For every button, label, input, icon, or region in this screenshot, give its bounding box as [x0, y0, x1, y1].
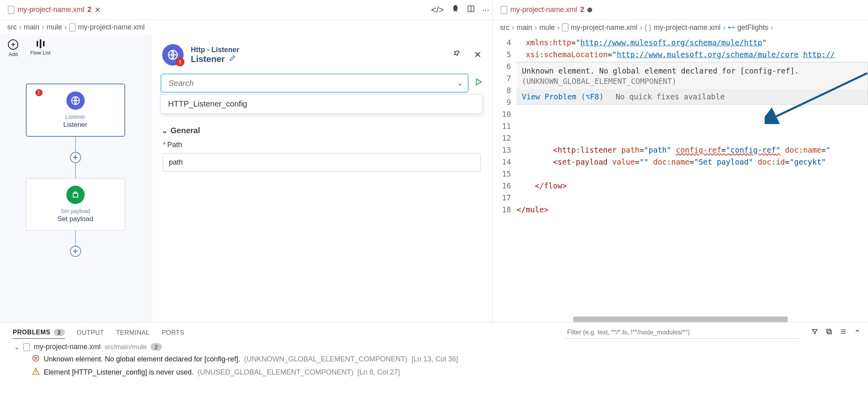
add-label: Add	[8, 51, 17, 57]
dirty-indicator-icon[interactable]	[587, 8, 592, 12]
chevron-down-icon: ⌄	[14, 343, 19, 351]
breadcrumb-item[interactable]: main	[24, 23, 39, 31]
connector-line	[75, 137, 76, 152]
problem-message: Element [HTTP_Listener_config] is never …	[44, 368, 194, 377]
problem-location: [Ln 8, Col 27]	[357, 368, 400, 377]
more-icon[interactable]: ···	[482, 5, 489, 15]
horizontal-scrollbar[interactable]	[573, 317, 788, 322]
node-label: Set payload	[41, 215, 110, 223]
tab-problems[interactable]: PROBLEMS 2	[13, 326, 65, 339]
collapse-all-icon[interactable]	[825, 328, 833, 337]
breadcrumb-item[interactable]: mule	[46, 23, 62, 31]
dropdown-item[interactable]: HTTP_Listener_config	[168, 99, 475, 109]
breadcrumb-item[interactable]: src	[7, 23, 17, 31]
left-tab[interactable]: my-project-name.xml 2 ✕	[3, 0, 105, 20]
pin-icon[interactable]	[453, 50, 461, 60]
add-node-button[interactable]: +	[70, 152, 81, 163]
svg-rect-3	[73, 193, 78, 197]
tab-problem-badge: 2	[87, 6, 91, 14]
right-tab[interactable]: my-project-name.xml 2	[496, 0, 597, 19]
no-quick-fixes-label: No quick fixes available	[616, 92, 725, 101]
rocket-icon[interactable]	[451, 4, 460, 16]
close-icon[interactable]: ✕	[474, 50, 481, 60]
play-icon[interactable]	[474, 78, 483, 89]
code-content[interactable]: xmlns:http="http://www.mulesoft.org/sche…	[517, 35, 868, 315]
list-view-icon[interactable]	[840, 328, 847, 337]
flow-list-label: Flow List	[30, 50, 50, 56]
error-icon	[32, 354, 40, 364]
config-ref-dropdown: HTTP_Listener_config	[161, 94, 483, 114]
breadcrumb-item[interactable]: my-project-name.xml	[78, 23, 145, 31]
line-number-gutter: 4 5 6 7 8 9 10 11 12 13 14 15 16 17 18	[493, 35, 517, 315]
add-node-button[interactable]: +	[70, 246, 81, 257]
error-badge-icon: !	[35, 89, 43, 96]
right-tab-bar: my-project-name.xml 2	[493, 0, 868, 20]
code-editor[interactable]: 4 5 6 7 8 9 10 11 12 13 14 15 16 17 18 x	[493, 35, 868, 315]
svg-rect-7	[827, 329, 830, 333]
connector-line	[75, 231, 76, 246]
close-icon[interactable]: ✕	[95, 6, 101, 14]
chevron-down-icon: ⌄	[161, 126, 168, 135]
tab-output[interactable]: OUTPUT	[77, 327, 104, 339]
breadcrumb-item[interactable]: src	[500, 23, 510, 32]
globe-icon: !	[162, 44, 184, 66]
connector-line	[75, 163, 76, 178]
properties-panel: ! Http - Listener Listener	[151, 35, 492, 322]
breadcrumb-item[interactable]: my-project-name.xml	[571, 23, 637, 32]
problem-message: Unknown element. No global element decla…	[44, 355, 240, 363]
problem-item[interactable]: Element [HTTP_Listener_config] is never …	[14, 364, 860, 377]
svg-line-6	[773, 73, 867, 118]
left-tab-bar: my-project-name.xml 2 ✕ </> ···	[0, 0, 492, 20]
path-field-label: *Path	[163, 141, 182, 149]
file-icon	[23, 343, 30, 351]
config-ref-search-input[interactable]	[161, 74, 469, 93]
add-button[interactable]: + Add	[8, 39, 18, 57]
problems-filter-input[interactable]	[565, 327, 799, 339]
problem-code: (UNKNOWN_GLOBAL_ELEMENT_COMPONENT)	[244, 355, 407, 363]
problem-code: (UNUSED_GLOBAL_ELEMENT_COMPONENT)	[198, 368, 353, 377]
problems-file-name: my-project-name.xml	[34, 343, 101, 351]
problems-count-badge: 2	[54, 329, 65, 336]
flow-canvas: + Add Flow List !	[0, 35, 151, 322]
breadcrumb[interactable]: src› main› mule› my-project-name.xml› { …	[493, 20, 868, 35]
annotation-arrow-icon	[765, 72, 868, 126]
split-editor-icon[interactable]	[467, 5, 475, 15]
error-badge-icon: !	[176, 58, 184, 66]
flow-list-button[interactable]: Flow List	[30, 39, 50, 57]
breadcrumb-item[interactable]: main	[517, 23, 532, 32]
problems-file-row[interactable]: ⌄ my-project-name.xml src/main/mule 2	[14, 343, 860, 351]
path-field[interactable]: path	[163, 153, 480, 172]
problems-list: ⌄ my-project-name.xml src/main/mule 2 Un…	[0, 339, 868, 377]
component-name-label: Listener	[191, 54, 225, 64]
breadcrumb-item[interactable]: my-project-name.xml	[654, 23, 721, 32]
file-icon	[562, 23, 568, 31]
warning-icon	[32, 367, 40, 377]
flow-node-listener[interactable]: ! Listener Listener	[26, 83, 125, 137]
problem-item[interactable]: Unknown element. No global element decla…	[14, 351, 860, 364]
tab-terminal[interactable]: TERMINAL	[116, 327, 150, 339]
edit-icon[interactable]	[229, 54, 236, 64]
section-general[interactable]: ⌄ General	[151, 114, 492, 141]
filter-icon[interactable]	[811, 328, 818, 337]
svg-rect-8	[828, 330, 831, 334]
problem-location: [Ln 13, Col 36]	[411, 355, 458, 363]
chevron-up-icon[interactable]: ⌃	[854, 328, 861, 338]
payload-icon	[66, 186, 85, 204]
file-icon	[501, 6, 507, 14]
node-type: Listener	[42, 114, 109, 120]
tab-title: my-project-name.xml	[510, 6, 577, 14]
breadcrumb-item[interactable]: getFlights	[737, 23, 768, 32]
file-icon	[69, 23, 76, 31]
view-problem-link[interactable]: View Problem (⌥F8)	[522, 92, 604, 101]
code-icon[interactable]: </>	[431, 5, 444, 15]
chevron-down-icon[interactable]: ⌄	[457, 79, 463, 87]
flow-node-set-payload[interactable]: Set payload Set payload	[26, 178, 125, 231]
tab-ports[interactable]: PORTS	[162, 327, 184, 339]
file-problem-count: 2	[151, 343, 162, 351]
tab-problem-badge: 2	[580, 6, 584, 14]
breadcrumb[interactable]: src› main› mule› my-project-name.xml	[0, 20, 492, 35]
globe-icon	[66, 91, 85, 110]
node-label: Listener	[42, 121, 109, 129]
breadcrumb-item[interactable]: mule	[539, 23, 555, 32]
panel-tab-bar: PROBLEMS 2 OUTPUT TERMINAL PORTS ⌃	[0, 322, 868, 339]
